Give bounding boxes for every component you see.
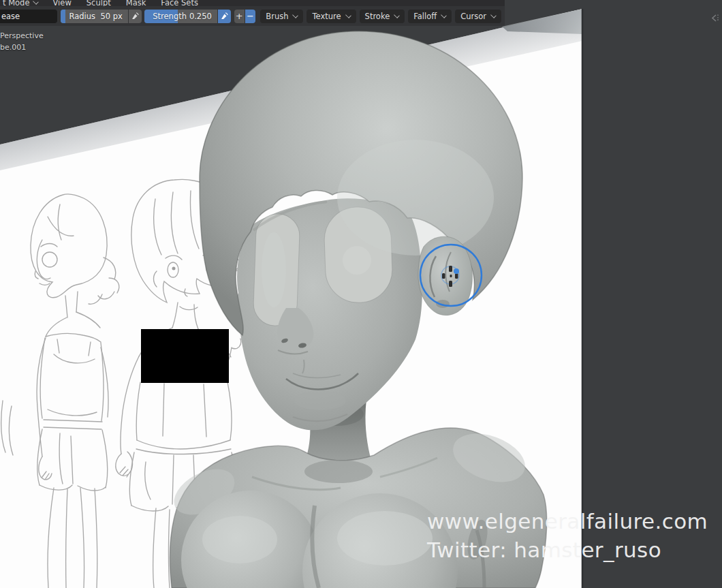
hidden-panel-arrow-icon[interactable] [710,13,722,23]
strength-value: 0.250 [189,10,212,23]
radius-pressure-button[interactable] [129,10,142,23]
brush-name-field[interactable]: ease [0,10,57,23]
stroke-dropdown[interactable]: Stroke [360,10,405,23]
view-name-label: Perspective [0,30,44,42]
strength-pressure-button[interactable] [218,10,231,23]
menu-face-sets[interactable]: Face Sets [153,0,206,6]
radius-slider-fill [61,10,65,23]
chevron-down-icon [33,0,39,5]
tool-settings-bar: ease Radius 50 px Strength 0.250 + − Bru… [0,6,505,26]
watermark-line2: Twitter: hamster_ruso [427,536,708,564]
menu-sculpt[interactable]: Sculpt [79,0,119,6]
top-menu-bar: t Mode View Sculpt Mask Face Sets [0,0,505,6]
direction-add-button[interactable]: + [234,10,245,23]
watermark: www.elgeneralfailure.com Twitter: hamste… [427,507,708,564]
chevron-down-icon [394,12,400,18]
menu-mask[interactable]: Mask [119,0,154,6]
menu-view[interactable]: View [46,0,79,6]
viewport-overlay-text: Perspective be.001 [0,30,44,53]
texture-dropdown-label: Texture [312,12,341,21]
strength-slider[interactable]: Strength 0.250 [144,10,217,23]
stylus-pressure-icon [130,12,140,21]
radius-slider[interactable]: Radius 50 px [61,10,128,23]
cursor-dot [454,268,459,274]
censor-bar [141,329,229,383]
chevron-down-icon [490,12,497,18]
direction-subtract-button[interactable]: − [245,10,255,23]
mode-label: t Mode [3,0,30,6]
chevron-down-icon [345,12,351,18]
stylus-pressure-icon [219,12,229,21]
mode-selector[interactable]: t Mode [0,0,46,6]
viewport-3d[interactable] [0,0,722,588]
chevron-down-icon [441,12,447,18]
brush-dropdown-label: Brush [266,12,288,21]
radius-label: Radius [69,10,95,23]
brush-dropdown[interactable]: Brush [260,10,303,23]
radius-value: 50 px [101,10,123,23]
cursor-dropdown-label: Cursor [460,12,486,21]
watermark-line1: www.elgeneralfailure.com [427,507,708,536]
texture-dropdown[interactable]: Texture [307,10,356,23]
chevron-down-icon [293,12,299,18]
cursor-dropdown[interactable]: Cursor [455,10,501,23]
object-name-label: be.001 [0,42,44,53]
falloff-dropdown[interactable]: Falloff [408,10,452,23]
stroke-dropdown-label: Stroke [365,12,390,21]
strength-label: Strength [153,10,187,23]
falloff-dropdown-label: Falloff [413,12,437,21]
